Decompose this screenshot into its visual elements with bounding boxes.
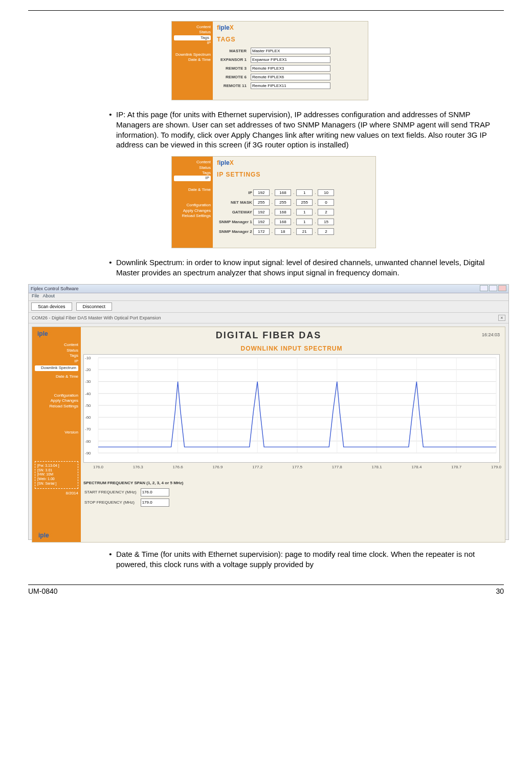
chart-title: DOWNLINK INPUT SPECTRUM bbox=[83, 345, 500, 352]
nav-tags[interactable]: Tags bbox=[174, 170, 211, 176]
ip-octet[interactable] bbox=[253, 199, 270, 206]
ip-octet[interactable] bbox=[253, 209, 270, 215]
ip-octet[interactable] bbox=[318, 209, 334, 215]
ip-octet[interactable] bbox=[275, 199, 291, 206]
nav-status[interactable]: Status bbox=[35, 348, 78, 354]
y-tick: -70 bbox=[85, 427, 91, 431]
close-icon[interactable] bbox=[498, 285, 506, 291]
ip-row-label: SNMP Manager 1 bbox=[219, 218, 252, 226]
ip-octet[interactable] bbox=[275, 228, 291, 235]
window-titlebar: Fiplex Control Software bbox=[29, 285, 508, 293]
page-title: DIGITAL FIBER DAS bbox=[32, 327, 505, 341]
toolbar: Scan devices Disconnect bbox=[29, 301, 508, 313]
spectrum-form: SPECTRUM FREQUENCY SPAN (1, 2, 3, 4 or 5… bbox=[83, 481, 183, 508]
y-tick: -80 bbox=[85, 439, 91, 443]
ip-octet[interactable] bbox=[318, 189, 334, 196]
nav-config[interactable]: Configuration bbox=[174, 203, 211, 208]
section-title: IP SETTINGS bbox=[217, 171, 260, 178]
tag-input[interactable] bbox=[251, 56, 330, 63]
disconnect-button[interactable]: Disconnect bbox=[76, 302, 113, 311]
scan-button[interactable]: Scan devices bbox=[31, 302, 72, 311]
ip-row-label: NET MASK bbox=[219, 198, 252, 207]
tag-label: EXPANSOR 1 bbox=[219, 56, 248, 63]
y-tick: -60 bbox=[85, 415, 91, 420]
y-tick: -90 bbox=[85, 450, 91, 455]
ip-row-label: IP bbox=[219, 188, 252, 197]
stop-input[interactable] bbox=[141, 499, 169, 507]
x-tick: 178.4 bbox=[411, 465, 422, 469]
com-bar: COM26 - Digital Fiber DAS Master With Op… bbox=[29, 313, 508, 323]
tag-input[interactable] bbox=[251, 74, 330, 80]
ip-octet[interactable] bbox=[296, 199, 313, 206]
x-tick: 178.1 bbox=[372, 465, 382, 469]
nav-spectrum[interactable]: Downlink Spectrum bbox=[35, 365, 78, 371]
tag-label: REMOTE 6 bbox=[219, 73, 248, 81]
tag-input[interactable] bbox=[251, 65, 330, 72]
min-icon[interactable] bbox=[480, 285, 488, 291]
x-tick: 176.3 bbox=[133, 465, 143, 469]
y-tick: -10 bbox=[85, 355, 91, 360]
tag-label: REMOTE 11 bbox=[219, 82, 248, 90]
start-input[interactable] bbox=[141, 488, 169, 496]
tag-input[interactable] bbox=[251, 48, 330, 54]
ip-octet[interactable] bbox=[296, 219, 313, 225]
nav-content[interactable]: Content bbox=[35, 342, 78, 348]
nav-datetime[interactable]: Date & Time bbox=[174, 57, 211, 62]
bullet-icon: • bbox=[105, 549, 116, 570]
nav-apply[interactable]: Apply Changes bbox=[35, 398, 78, 404]
nav-content[interactable]: Content bbox=[174, 25, 211, 30]
menu-file[interactable]: File bbox=[32, 293, 39, 298]
bullet-icon: • bbox=[105, 110, 116, 150]
max-icon[interactable] bbox=[489, 285, 497, 291]
nav-content[interactable]: Content bbox=[174, 160, 211, 165]
ip-octet[interactable] bbox=[318, 228, 334, 235]
tag-input[interactable] bbox=[251, 82, 330, 89]
ip-octet[interactable] bbox=[318, 219, 334, 225]
spectrum-plot: -10-20-30-40-50-60-70-80-90176.0176.3176… bbox=[83, 354, 500, 463]
nav-tags[interactable]: Tags bbox=[174, 35, 211, 40]
x-tick: 176.0 bbox=[93, 465, 103, 469]
nav-apply[interactable]: Apply Changes bbox=[174, 208, 211, 213]
nav-reload[interactable]: Reload Settings bbox=[35, 404, 78, 409]
nav-ip[interactable]: IP bbox=[174, 40, 211, 46]
nav-tags[interactable]: Tags bbox=[35, 353, 78, 359]
ip-octet[interactable] bbox=[253, 189, 270, 196]
ip-octet[interactable] bbox=[296, 189, 313, 196]
nav-ip[interactable]: IP bbox=[174, 176, 211, 181]
x-tick: 177.2 bbox=[252, 465, 262, 469]
top-rule bbox=[28, 10, 504, 11]
ip-octet[interactable] bbox=[318, 199, 334, 206]
window-title: Fiplex Control Software bbox=[31, 286, 79, 291]
nav-reload[interactable]: Reload Settings bbox=[174, 213, 211, 219]
nav-status[interactable]: Status bbox=[174, 30, 211, 35]
nav-spectrum[interactable]: Downlink Spectrum bbox=[174, 52, 211, 57]
tag-label: REMOTE 3 bbox=[219, 64, 248, 72]
close-icon[interactable]: × bbox=[498, 315, 505, 321]
start-label: START FREQUENCY (MHz) bbox=[84, 488, 140, 497]
ip-octet[interactable] bbox=[296, 228, 313, 235]
nav-config[interactable]: Configuration bbox=[35, 393, 78, 399]
span-title: SPECTRUM FREQUENCY SPAN (1, 2, 3, 4 or 5… bbox=[83, 481, 183, 485]
paragraph-spectrum: Downlink Spectrum: in order to know inpu… bbox=[116, 257, 504, 278]
build-date: 8/2014 bbox=[35, 491, 78, 496]
x-tick: 176.6 bbox=[173, 465, 183, 469]
ip-octet[interactable] bbox=[275, 209, 291, 215]
ip-octet[interactable] bbox=[275, 189, 291, 196]
y-tick: -30 bbox=[85, 379, 91, 384]
window-buttons bbox=[479, 285, 506, 292]
fiplex-logo: ffipleXipleX bbox=[217, 24, 234, 31]
nav-version[interactable]: Version bbox=[35, 430, 78, 436]
nav-datetime[interactable]: Date & Time bbox=[35, 374, 78, 380]
ip-octet[interactable] bbox=[296, 209, 313, 215]
nav-datetime[interactable]: Date & Time bbox=[174, 187, 211, 192]
y-tick: -40 bbox=[85, 391, 91, 396]
ip-octet[interactable] bbox=[253, 219, 270, 225]
x-tick: 177.8 bbox=[332, 465, 342, 469]
ip-octet[interactable] bbox=[253, 228, 270, 235]
nav-status[interactable]: Status bbox=[174, 165, 211, 170]
menu-about[interactable]: About bbox=[43, 293, 55, 298]
ip-octet[interactable] bbox=[275, 219, 291, 225]
figure-tags: Content Status Tags IP Downlink Spectrum… bbox=[171, 21, 368, 100]
nav-ip[interactable]: IP bbox=[35, 359, 78, 364]
bullet-icon: • bbox=[105, 257, 116, 278]
